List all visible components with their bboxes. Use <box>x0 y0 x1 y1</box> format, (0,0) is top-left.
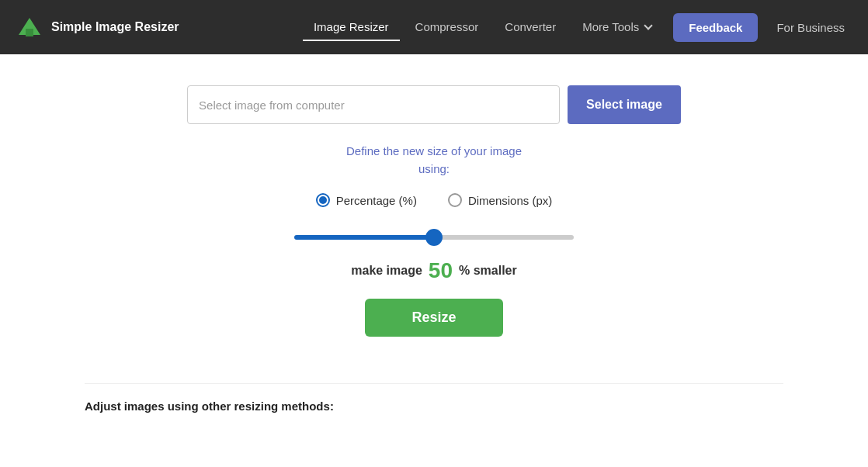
logo-text: Simple Image Resizer <box>51 20 179 34</box>
header: Simple Image Resizer Image Resizer Compr… <box>0 0 868 54</box>
file-input-placeholder[interactable]: Select image from computer <box>187 85 560 124</box>
logo-area: Simple Image Resizer <box>16 13 179 41</box>
nav-converter[interactable]: Converter <box>494 14 567 41</box>
svg-rect-1 <box>26 29 33 36</box>
radio-percentage-indicator <box>316 193 330 207</box>
nav-compressor[interactable]: Compressor <box>404 14 490 41</box>
main-nav: Image Resizer Compressor Converter More … <box>303 13 852 42</box>
radio-options-row: Percentage (%) Dimensions (px) <box>316 193 553 207</box>
for-business-link[interactable]: For Business <box>769 15 852 40</box>
slider-container <box>294 229 574 243</box>
radio-dimensions[interactable]: Dimensions (px) <box>448 193 552 207</box>
define-size-text: Define the new size of your image using: <box>346 143 522 178</box>
make-image-row: make image 50 % smaller <box>351 258 516 283</box>
radio-dimensions-indicator <box>448 193 462 207</box>
resize-button[interactable]: Resize <box>365 299 502 337</box>
nav-image-resizer[interactable]: Image Resizer <box>303 14 400 41</box>
percent-value: 50 <box>429 258 453 283</box>
resize-slider[interactable] <box>294 235 574 240</box>
bottom-title: Adjust images using other resizing metho… <box>85 400 334 413</box>
radio-percentage[interactable]: Percentage (%) <box>316 193 417 207</box>
file-input-row: Select image from computer Select image <box>187 85 681 124</box>
nav-more-tools[interactable]: More Tools <box>571 14 662 41</box>
logo-icon <box>16 13 43 41</box>
chevron-down-icon <box>644 21 653 29</box>
main-content: Select image from computer Select image … <box>0 54 868 429</box>
select-image-button[interactable]: Select image <box>568 85 681 124</box>
feedback-button[interactable]: Feedback <box>673 13 758 42</box>
bottom-section: Adjust images using other resizing metho… <box>85 383 783 413</box>
